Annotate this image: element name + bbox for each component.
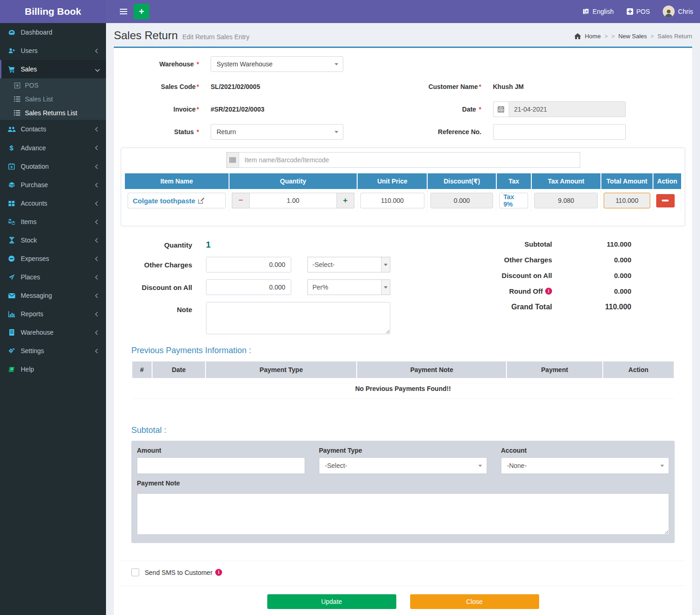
sales-return-form: Warehouse * System Warehouse Sales Code*… — [121, 56, 685, 147]
remove-row-button[interactable] — [656, 194, 675, 207]
app-header: Billing Book + A English POS Chris — [0, 0, 700, 23]
qty-decrement-button[interactable]: − — [232, 193, 249, 208]
item-name-link[interactable]: Colgate toothpaste — [133, 197, 195, 205]
summary-panel: Subtotal 110.000 Other Charges 0.000 Dis… — [448, 240, 686, 341]
other-charges-total-value: 0.000 — [552, 256, 631, 264]
ledger-icon — [7, 329, 16, 336]
sidebar-item-quotation[interactable]: Quotation — [0, 157, 106, 176]
pay-col-action: Action — [603, 361, 674, 378]
other-charges-input[interactable] — [206, 257, 291, 272]
breadcrumb-home[interactable]: Home — [585, 33, 601, 40]
dollar-icon: $ — [7, 144, 16, 152]
user-menu[interactable]: Chris — [663, 6, 693, 18]
quick-add-button[interactable]: + — [134, 4, 149, 19]
chevron-left-icon — [95, 127, 100, 131]
other-charges-select[interactable]: -Select- — [307, 257, 390, 272]
content-header: Sales Return Edit Return Sales Entry Hom… — [106, 23, 700, 47]
sidebar-item-dashboard[interactable]: Dashboard — [0, 23, 106, 41]
chevron-down-icon — [95, 67, 100, 71]
discount-input — [430, 193, 494, 208]
other-charges-total-label: Other Charges — [504, 256, 552, 264]
sidebar-item-items[interactable]: Items — [0, 213, 106, 231]
previous-payments-section: Previous Payments Information : # Date P… — [131, 346, 675, 399]
sidebar-item-expenses[interactable]: Expenses — [0, 249, 106, 268]
other-charges-label: Other Charges — [121, 261, 206, 269]
sidebar-item-stock[interactable]: Stock — [0, 231, 106, 249]
pay-col-date: Date — [152, 361, 206, 378]
quantity-total-label: Quantity — [121, 241, 206, 249]
edit-icon[interactable] — [198, 197, 205, 204]
items-table: Item Name Quantity Unit Price Discount(₹… — [125, 173, 681, 212]
svg-text:A: A — [585, 10, 588, 13]
user-plus-icon — [7, 47, 16, 54]
sidebar-item-advance[interactable]: $ Advance — [0, 138, 106, 157]
sidebar-item-settings[interactable]: Settings — [0, 342, 106, 360]
sidebar-item-sales[interactable]: Sales — [0, 60, 106, 78]
payment-heading: Subtotal : — [131, 426, 675, 435]
items-panel: Item Name Quantity Unit Price Discount(₹… — [121, 148, 685, 226]
brand-logo[interactable]: Billing Book — [0, 0, 106, 23]
chevron-left-icon — [95, 183, 100, 187]
pos-menu[interactable]: POS — [627, 8, 650, 15]
pay-col-note: Payment Note — [357, 361, 506, 378]
chevron-left-icon — [95, 238, 100, 242]
update-button[interactable]: Update — [267, 594, 396, 609]
reference-label: Reference No. — [403, 128, 493, 136]
totals-section: Quantity 1 Other Charges -Select- Discou… — [121, 240, 685, 341]
chevron-left-icon — [95, 164, 100, 169]
status-select[interactable]: Return — [211, 124, 343, 140]
close-button[interactable]: Close — [410, 594, 539, 609]
plus-square-icon — [13, 83, 21, 89]
language-menu[interactable]: A English — [582, 8, 614, 15]
box-icon — [7, 182, 16, 188]
payment-type-label: Payment Type — [319, 447, 487, 454]
tax-link[interactable]: Tax 9% — [499, 193, 528, 208]
sidebar-item-accounts[interactable]: Accounts — [0, 194, 106, 213]
payment-type-select[interactable]: -Select- — [319, 457, 487, 474]
payment-note-textarea[interactable] — [137, 493, 669, 535]
total-amount-input — [604, 193, 650, 208]
qty-increment-button[interactable]: + — [337, 193, 354, 208]
submenu-item-pos[interactable]: POS — [0, 78, 106, 92]
hamburger-icon[interactable] — [113, 0, 134, 23]
hourglass-icon — [7, 237, 16, 243]
discount-unit-select[interactable]: Per% — [307, 279, 390, 295]
chevron-left-icon — [95, 293, 100, 298]
sidebar-item-places[interactable]: Places — [0, 268, 106, 286]
reference-input[interactable] — [493, 124, 626, 140]
calendar-icon — [493, 101, 509, 117]
col-total-amount: Total Amount — [601, 173, 653, 189]
sidebar: Dashboard Users Sales POS Sales List Sal… — [0, 23, 106, 615]
qty-input[interactable] — [249, 193, 337, 208]
breadcrumb-new-sales[interactable]: New Sales — [618, 33, 647, 40]
submenu-item-sales-returns-list[interactable]: Sales Returns List — [0, 106, 106, 120]
sms-checkbox[interactable] — [131, 568, 139, 576]
sms-info-icon[interactable]: i — [215, 569, 222, 576]
chevron-left-icon — [95, 349, 100, 353]
payment-section: Subtotal : Amount Payment Type -Select- … — [131, 426, 675, 543]
discount-all-input[interactable] — [206, 279, 291, 295]
unit-price-input[interactable] — [360, 193, 424, 208]
date-label: Date * — [403, 106, 493, 113]
date-input[interactable] — [509, 101, 625, 117]
sidebar-item-help[interactable]: Help — [0, 360, 106, 378]
envelope-icon — [7, 293, 16, 298]
account-select[interactable]: -None- — [501, 457, 669, 474]
sidebar-item-warehouse[interactable]: Warehouse — [0, 323, 106, 342]
user-name: Chris — [678, 8, 693, 15]
col-unit-price: Unit Price — [357, 173, 427, 189]
item-search-input[interactable] — [239, 152, 580, 168]
sidebar-item-contacts[interactable]: Contacts — [0, 120, 106, 138]
minus-icon — [662, 200, 669, 201]
amount-input[interactable] — [137, 457, 305, 474]
sidebar-item-messaging[interactable]: Messaging — [0, 286, 106, 305]
submenu-item-sales-list[interactable]: Sales List — [0, 92, 106, 106]
sidebar-item-reports[interactable]: Reports — [0, 305, 106, 323]
round-off-info-icon[interactable]: i — [545, 288, 552, 295]
note-textarea[interactable] — [206, 302, 390, 334]
warehouse-select[interactable]: System Warehouse — [211, 56, 343, 72]
sidebar-item-purchase[interactable]: Purchase — [0, 176, 106, 194]
item-name-box[interactable]: Colgate toothpaste — [128, 193, 226, 208]
account-label: Account — [501, 447, 669, 454]
sidebar-item-users[interactable]: Users — [0, 41, 106, 60]
